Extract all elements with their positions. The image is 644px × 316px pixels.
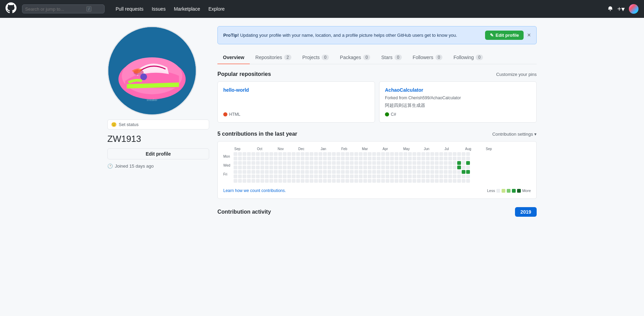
contrib-cell[interactable] (247, 161, 251, 165)
contrib-cell[interactable] (359, 161, 363, 165)
contrib-cell[interactable] (372, 152, 376, 156)
contrib-cell[interactable] (323, 179, 327, 183)
contrib-cell[interactable] (412, 174, 416, 178)
contrib-cell[interactable] (269, 170, 273, 174)
contrib-cell[interactable] (439, 166, 443, 169)
contrib-cell[interactable] (260, 174, 264, 178)
contrib-cell[interactable] (363, 170, 367, 174)
contrib-cell[interactable] (260, 161, 264, 165)
tab-projects[interactable]: Projects 0 (297, 51, 334, 64)
contrib-cell[interactable] (345, 179, 349, 183)
contrib-cell[interactable] (462, 161, 465, 165)
contrib-cell[interactable] (305, 174, 309, 178)
contrib-cell[interactable] (363, 174, 367, 178)
year-button[interactable]: 2019 (515, 207, 537, 217)
contrib-cell[interactable] (314, 157, 318, 160)
contrib-cell[interactable] (310, 170, 313, 174)
contrib-cell[interactable] (372, 161, 376, 165)
contrib-cell[interactable] (386, 166, 389, 169)
contrib-cell[interactable] (430, 166, 434, 169)
contrib-cell[interactable] (287, 161, 291, 165)
contrib-cell[interactable] (328, 152, 331, 156)
contrib-cell[interactable] (314, 174, 318, 178)
contrib-cell[interactable] (381, 161, 385, 165)
contrib-cell[interactable] (453, 157, 457, 160)
contrib-cell[interactable] (354, 166, 358, 169)
contrib-cell[interactable] (399, 157, 403, 160)
notifications-icon[interactable] (608, 5, 613, 13)
contrib-cell[interactable] (287, 179, 291, 183)
contrib-cell[interactable] (350, 157, 354, 160)
contrib-cell[interactable] (395, 152, 398, 156)
contrib-cell[interactable] (426, 161, 430, 165)
contrib-cell[interactable] (435, 174, 439, 178)
contrib-cell[interactable] (466, 179, 470, 183)
contrib-cell[interactable] (345, 174, 349, 178)
contrib-cell[interactable] (283, 161, 287, 165)
contrib-cell[interactable] (386, 157, 389, 160)
contrib-cell[interactable] (243, 157, 246, 160)
contrib-cell[interactable] (363, 179, 367, 183)
contrib-cell[interactable] (251, 161, 255, 165)
contrib-cell[interactable] (444, 161, 448, 165)
contrib-cell[interactable] (444, 174, 448, 178)
contrib-cell[interactable] (417, 179, 421, 183)
contrib-cell[interactable] (404, 166, 407, 169)
contrib-cell[interactable] (372, 166, 376, 169)
contrib-cell[interactable] (435, 157, 439, 160)
contrib-cell[interactable] (336, 152, 340, 156)
contrib-cell[interactable] (435, 166, 439, 169)
contrib-cell[interactable] (332, 179, 336, 183)
contrib-cell[interactable] (462, 170, 465, 174)
contrib-cell[interactable] (323, 157, 327, 160)
contrib-cell[interactable] (399, 161, 403, 165)
contrib-cell[interactable] (251, 170, 255, 174)
contrib-cell[interactable] (426, 179, 430, 183)
contrib-cell[interactable] (336, 166, 340, 169)
contrib-cell[interactable] (426, 157, 430, 160)
contrib-cell[interactable] (341, 174, 345, 178)
contrib-cell[interactable] (381, 170, 385, 174)
contrib-cell[interactable] (287, 170, 291, 174)
contrib-cell[interactable] (444, 179, 448, 183)
contrib-cell[interactable] (260, 157, 264, 160)
contrib-cell[interactable] (377, 174, 380, 178)
repo-name-achao[interactable]: AchaoCalculator (385, 87, 531, 93)
contrib-cell[interactable] (412, 179, 416, 183)
contrib-cell[interactable] (243, 174, 246, 178)
contrib-cell[interactable] (238, 161, 242, 165)
contrib-cell[interactable] (404, 174, 407, 178)
protip-close-button[interactable]: × (527, 32, 531, 39)
contrib-cell[interactable] (319, 179, 322, 183)
contrib-cell[interactable] (314, 152, 318, 156)
contrib-cell[interactable] (435, 179, 439, 183)
contrib-cell[interactable] (247, 170, 251, 174)
contrib-cell[interactable] (395, 174, 398, 178)
contrib-cell[interactable] (368, 152, 372, 156)
contrib-cell[interactable] (328, 179, 331, 183)
contrib-cell[interactable] (332, 152, 336, 156)
tab-stars[interactable]: Stars 0 (376, 51, 407, 64)
contrib-cell[interactable] (260, 179, 264, 183)
contrib-cell[interactable] (310, 166, 313, 169)
contrib-cell[interactable] (345, 166, 349, 169)
search-box[interactable]: / (22, 4, 105, 13)
contrib-cell[interactable] (368, 166, 372, 169)
contrib-cell[interactable] (404, 157, 407, 160)
contrib-cell[interactable] (234, 166, 237, 169)
contrib-cell[interactable] (296, 152, 300, 156)
contrib-cell[interactable] (377, 170, 380, 174)
contrib-cell[interactable] (265, 179, 269, 183)
learn-contributions-link[interactable]: Learn how we count contributions. (223, 188, 286, 193)
contrib-cell[interactable] (426, 152, 430, 156)
contrib-cell[interactable] (359, 174, 363, 178)
contrib-cell[interactable] (328, 157, 331, 160)
contrib-cell[interactable] (243, 179, 246, 183)
contrib-cell[interactable] (439, 152, 443, 156)
contrib-cell[interactable] (457, 179, 461, 183)
contrib-cell[interactable] (386, 170, 389, 174)
contrib-cell[interactable] (243, 161, 246, 165)
contrib-cell[interactable] (332, 170, 336, 174)
contrib-cell[interactable] (256, 170, 260, 174)
contrib-cell[interactable] (377, 157, 380, 160)
